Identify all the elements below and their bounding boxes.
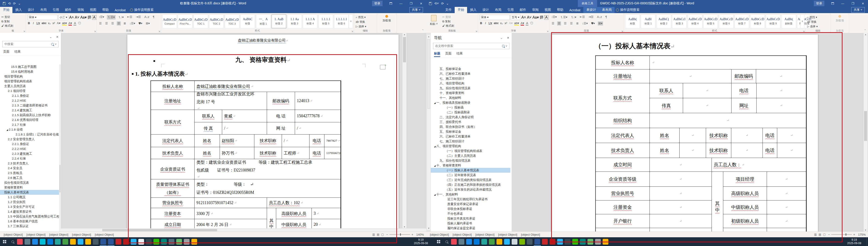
status-segment[interactable]: [object Object] xyxy=(49,233,68,236)
grow-font-icon[interactable]: A˄ xyxy=(69,16,74,20)
nav-heading-item[interactable]: 九、拟分包项目情况表 xyxy=(431,158,510,163)
tell-me-search[interactable]: 操作说明搜索 xyxy=(615,7,642,13)
increase-indent-icon[interactable]: ⇥☰ xyxy=(588,15,594,20)
borders-icon[interactable]: ⊞▾ xyxy=(145,21,151,26)
phonetic-guide-icon[interactable]: 拼 xyxy=(540,15,544,20)
document-page[interactable]: （一）投标人基本情况表↵ 投标人名称 注册地址 邮政编码 xyxy=(551,34,818,232)
nav-heading-item[interactable]: （一）投标函 xyxy=(431,105,510,110)
ribbon-tab[interactable]: 引用 xyxy=(50,7,62,13)
taskbar-search-button[interactable] xyxy=(443,237,450,246)
font-name-select[interactable]: 宋体 ▾ xyxy=(480,15,509,20)
nav-heading-item[interactable]: （二）近年财务状况表 xyxy=(431,173,510,178)
status-segment[interactable]: [object Object] xyxy=(430,233,449,236)
nav-heading-item[interactable]: 拟分包项目情况表 xyxy=(0,180,60,185)
line-spacing-icon[interactable]: ↕☰▾ xyxy=(129,21,136,26)
style-chip[interactable]: 1.1.1.1.1 标题 6 xyxy=(334,14,349,28)
taskbar-search-button[interactable] xyxy=(9,237,16,246)
ribbon-tab[interactable]: 设计 xyxy=(25,7,37,13)
nav-heading-item[interactable]: 1.7 三体系认证 xyxy=(0,224,60,228)
nav-heading-item[interactable]: 2.1.8.1 业绩1：辽河欢喜岭仓储办公楼... xyxy=(0,132,60,137)
ribbon-tab[interactable]: Acrobat xyxy=(112,7,129,13)
underline-icon[interactable]: U▾ xyxy=(489,21,492,25)
nav-heading-item[interactable]: ◢十、资格审查资料 xyxy=(431,163,510,168)
nav-pane-menu-icon[interactable]: ⌄ xyxy=(50,35,52,39)
ribbon-tab[interactable]: 帮助 xyxy=(554,7,566,13)
ribbon-tab[interactable]: 布局 xyxy=(492,7,504,13)
taskbar-clock-2[interactable]: 9:192025-09-08 xyxy=(843,237,866,246)
ribbon-display-options-icon[interactable]: 🗖 xyxy=(828,0,838,7)
minimize-button[interactable]: — xyxy=(838,0,848,7)
styles-gallery-more-icon[interactable]: ⇕ xyxy=(349,14,353,28)
superscript-icon[interactable]: x² xyxy=(52,21,55,25)
ribbon-display-options-icon[interactable]: 🗖 xyxy=(386,0,396,7)
nav-heading-item[interactable]: 2.1.4 建筑施工 xyxy=(0,108,60,113)
qat-customize-icon[interactable]: ⌄ xyxy=(446,2,449,5)
nav-heading-item[interactable]: （一）投标人基本情况表 xyxy=(431,168,510,173)
nav-heading-item[interactable]: 1.6 基本存款账户信息 xyxy=(0,219,60,224)
nav-heading-item[interactable]: ◢一、投标函及投标函附录 xyxy=(431,100,510,105)
font-size-select[interactable]: 小三 ▾ xyxy=(58,15,68,20)
minimize-button[interactable]: — xyxy=(396,0,406,7)
addins-button[interactable]: 加载项 xyxy=(831,15,849,23)
nav-heading-item[interactable]: ◢2.1.8 业绩 xyxy=(0,127,60,132)
nav-heading-item[interactable]: 七、施工组织设计 xyxy=(431,139,510,144)
nav-left-scrollbar[interactable]: ▲▼ xyxy=(427,34,431,230)
font-size-select[interactable]: 五号 ▾ xyxy=(510,15,520,20)
nav-heading-item[interactable]: 2.2.2 HSE xyxy=(0,147,60,151)
paste-button[interactable]: 粘贴 ˅ xyxy=(429,15,439,26)
ribbon-tab[interactable]: 设计 xyxy=(479,7,492,13)
collapse-ribbon-icon[interactable]: ⌃ xyxy=(864,29,866,32)
superscript-icon[interactable]: x² xyxy=(504,21,507,25)
nav-heading-item[interactable]: 近三年无行贿犯罪行为承诺书 xyxy=(431,197,510,202)
nav-heading-item[interactable]: 2.1.3 二级建造师资格证书 xyxy=(0,103,60,108)
ribbon-tab[interactable]: 文件 xyxy=(442,7,455,13)
nav-heading-item[interactable]: 2.1.7 社保 xyxy=(0,122,60,127)
undo-icon[interactable]: ⟲ xyxy=(8,2,11,5)
nav-search-input[interactable]: 中搜索˅ xyxy=(2,41,59,48)
nav-heading-item[interactable]: 五、投标保证金 xyxy=(431,66,510,71)
char-border-icon[interactable]: A xyxy=(92,15,96,20)
nav-heading-item[interactable]: 2.1.2 HSE xyxy=(0,98,60,103)
zoom-percentage[interactable]: 140% xyxy=(415,233,424,236)
nav-heading-item[interactable]: 2.1.6 优秀项目经理 xyxy=(0,118,60,122)
undo-icon[interactable]: ⟲˅ xyxy=(434,2,439,5)
style-chip[interactable]: AaBbCcD 标题 5 xyxy=(703,14,718,28)
nav-heading-item[interactable]: （三）近年完成的类似项目情况表 xyxy=(431,178,510,182)
print-layout-icon[interactable]: ▤ xyxy=(818,233,821,236)
signin-button[interactable]: 登录 xyxy=(814,1,824,6)
tracked-change-icon[interactable] xyxy=(380,65,385,69)
style-chip[interactable]: AaBbCcDd 标题 8 xyxy=(750,14,765,28)
nav-heading-item[interactable]: 资格审查资料 xyxy=(0,185,60,190)
style-chip[interactable]: 1.1.1.1 标题 5 xyxy=(318,14,333,28)
ribbon-tab[interactable]: 引用 xyxy=(504,7,517,13)
close-button[interactable]: ✕ xyxy=(416,0,426,7)
nav-heading-item[interactable]: 1.1 公司概况 xyxy=(0,195,60,199)
share-button[interactable]: 共享 ˅ xyxy=(851,7,865,13)
style-chip[interactable]: AaBb( 副标题 xyxy=(781,14,796,28)
nav-heading-item[interactable]: （二）投标函附录 xyxy=(431,110,510,115)
ribbon-tab[interactable]: 审阅 xyxy=(74,7,87,13)
start-button[interactable] xyxy=(0,237,9,246)
ribbon-tab[interactable]: Acrobat xyxy=(566,7,583,13)
char-shading-icon[interactable]: A xyxy=(526,21,528,25)
nav-tab[interactable]: 结果 xyxy=(14,50,21,54)
shrink-font-icon[interactable]: A˅ xyxy=(75,16,79,20)
find-button[interactable]: ⌕ 查找 ▾ xyxy=(355,15,375,20)
tell-me-search[interactable]: 操作说明搜索 xyxy=(129,7,156,13)
show-marks-icon[interactable]: ¶ xyxy=(152,15,155,20)
highlight-color-icon[interactable]: ab▾ xyxy=(514,21,519,25)
style-chip[interactable]: 一、A 标题 1 xyxy=(256,14,271,28)
bullets-icon[interactable]: ⁝☰▾ xyxy=(98,15,105,20)
phonetic-guide-icon[interactable]: 拼 xyxy=(88,15,91,20)
style-chip[interactable]: AaBbCcI 标题 3 xyxy=(672,14,687,28)
zoom-percentage[interactable]: 175% xyxy=(858,233,866,236)
italic-icon[interactable]: I xyxy=(484,21,487,25)
nav-heading-item[interactable]: 1.2 营业执照 xyxy=(0,199,60,205)
style-chip[interactable]: AaBbCcD( TOC 1 xyxy=(193,14,208,28)
nav-heading-item[interactable]: 不分包承诺 xyxy=(431,211,510,216)
style-chip[interactable]: AaBbCcDd Compact xyxy=(162,14,177,28)
nav-heading-item[interactable]: 2.2.1 身份证 xyxy=(0,142,60,147)
save-icon[interactable] xyxy=(3,2,6,5)
nav-heading-item[interactable]: 2.2 安全管理负责人 xyxy=(0,137,60,142)
format-painter-button[interactable]: 🖌 格式刷 xyxy=(1,24,24,28)
